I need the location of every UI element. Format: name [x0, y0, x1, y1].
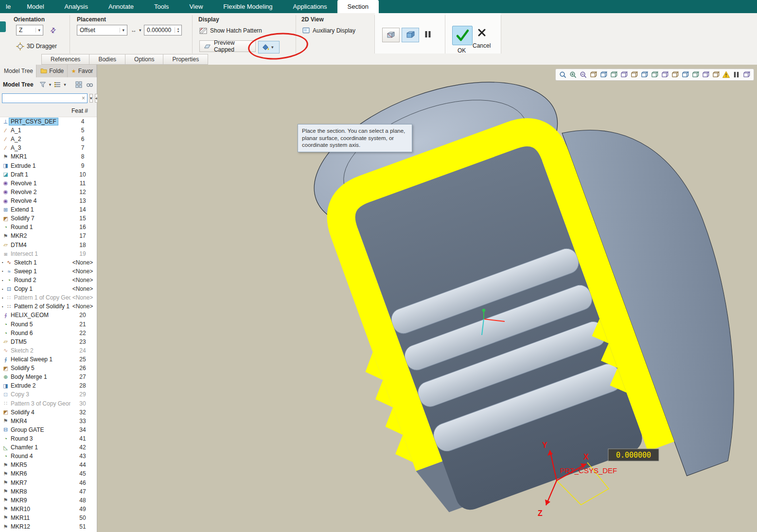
- tree-show-button[interactable]: [85, 80, 94, 89]
- tree-item-round-6[interactable]: ◔Round 622: [0, 329, 97, 337]
- reorient-icon[interactable]: [599, 71, 608, 79]
- offset-dimension-button[interactable]: ↔ ▾: [131, 25, 141, 35]
- tree-item-round-2[interactable]: ▪◔Round 2<None>: [0, 276, 97, 284]
- datum-display-icon[interactable]: [681, 71, 689, 79]
- tree-item-mkr8[interactable]: ⚑MKR847: [0, 487, 97, 496]
- tree-item-mkr5[interactable]: ⚑MKR544: [0, 461, 97, 469]
- offset-readout[interactable]: 0.000000: [608, 449, 659, 461]
- tree-item-extrude-1[interactable]: ◨Extrude 19: [0, 161, 97, 170]
- panel-tab-bodies[interactable]: Bodies: [89, 54, 125, 65]
- ok-button[interactable]: [452, 26, 473, 45]
- tree-item-mkr12[interactable]: ⚑MKR1251: [0, 522, 97, 531]
- tree-item-chamfer-1[interactable]: ◺Chamfer 142: [0, 443, 97, 452]
- tree-item-copy-3[interactable]: ⊡Copy 329: [0, 390, 97, 399]
- normal-view-icon[interactable]: [691, 71, 700, 79]
- menu-tab-applications[interactable]: Applications: [283, 0, 337, 13]
- clear-search-icon[interactable]: ×: [82, 95, 85, 102]
- preview-capped-toggle[interactable]: Preview Capped: [199, 40, 256, 52]
- tree-item-revolve-1[interactable]: ◉Revolve 111: [0, 179, 97, 188]
- auxiliary-display-toggle[interactable]: Auxiliary Display: [302, 25, 355, 36]
- visibility-icon[interactable]: [671, 71, 679, 79]
- tree-item-sketch-2[interactable]: ∿Sketch 224: [0, 346, 97, 355]
- panel-tab-options[interactable]: Options: [125, 54, 163, 65]
- tree-settings-button[interactable]: [74, 80, 83, 89]
- tree-item-round-5[interactable]: ◔Round 521: [0, 320, 97, 329]
- panel-tab-references[interactable]: References: [41, 54, 89, 65]
- chevron-down-icon[interactable]: ▾: [64, 82, 66, 87]
- pause-icon[interactable]: [732, 71, 740, 79]
- tree-item-helix-geom[interactable]: ∮HELIX_GEOM20: [0, 311, 97, 319]
- tree-item-a-3[interactable]: ∕A_37: [0, 143, 97, 152]
- sidebar-tab-favor[interactable]: ★Favor: [68, 65, 97, 77]
- section-view-icon[interactable]: [630, 71, 638, 79]
- tree-item-a-2[interactable]: ∕A_26: [0, 135, 97, 143]
- zoom-out-icon[interactable]: [579, 71, 587, 79]
- last-view-icon[interactable]: [742, 71, 751, 79]
- tree-item-solidify-4[interactable]: ◩Solidify 432: [0, 408, 97, 417]
- tree-item-sketch-1[interactable]: ▪∿Sketch 1<None>: [0, 258, 97, 267]
- tree-item-mkr6[interactable]: ⚑MKR645: [0, 469, 97, 478]
- scene-setup-icon[interactable]: [661, 71, 669, 79]
- tree-item-dtm5[interactable]: ▱DTM523: [0, 337, 97, 346]
- graphics-viewport[interactable]: Y X Z PRT_CSYS_DEF 0.000000 Place the se…: [97, 65, 757, 532]
- tree-item-solidify-7[interactable]: ◩Solidify 715: [0, 214, 97, 223]
- tree-item-sweep-1[interactable]: ▪≈Sweep 1<None>: [0, 267, 97, 276]
- tree-item-pattern-1-of-copy-geo[interactable]: ▪∷Pattern 1 of Copy Geo<None>: [0, 293, 97, 302]
- show-hatch-pattern-toggle[interactable]: Show Hatch Pattern: [199, 25, 262, 36]
- tree-item-mkr10[interactable]: ⚑MKR1049: [0, 505, 97, 514]
- tree-columns-button[interactable]: [53, 80, 62, 89]
- tree-item-round-1[interactable]: ◔Round 116: [0, 223, 97, 231]
- tree-item-revolve-2[interactable]: ◉Revolve 212: [0, 188, 97, 196]
- sidebar-tab-folde[interactable]: Folde: [36, 65, 68, 77]
- tree-item-round-3[interactable]: ◔Round 341: [0, 434, 97, 443]
- menu-tab-view[interactable]: View: [179, 0, 213, 13]
- appearances-icon[interactable]: [640, 71, 649, 79]
- tree-item-revolve-4[interactable]: ◉Revolve 413: [0, 196, 97, 205]
- tree-item-extrude-2[interactable]: ◨Extrude 228: [0, 381, 97, 390]
- menu-tab-tools[interactable]: Tools: [144, 0, 179, 13]
- cancel-button[interactable]: [477, 28, 486, 38]
- tree-item-mkr1[interactable]: ⚑MKR18: [0, 152, 97, 161]
- tree-item-group-gate[interactable]: ⊟Group GATE34: [0, 426, 97, 434]
- show-section-view-button[interactable]: [382, 28, 400, 42]
- tree-item-prt-csys-def[interactable]: ⊥PRT_CSYS_DEF4: [0, 117, 97, 126]
- display-style-icon[interactable]: [610, 71, 618, 79]
- tree-item-mkr11[interactable]: ⚑MKR1150: [0, 514, 97, 522]
- tree-item-mkr2[interactable]: ⚑MKR217: [0, 231, 97, 240]
- tree-item-helical-sweep-1[interactable]: ∮Helical Sweep 125: [0, 355, 97, 364]
- tree-filter-button[interactable]: [38, 80, 47, 89]
- menu-tab-annotate[interactable]: Annotate: [98, 0, 144, 13]
- tree-item-pattern-3-of-copy-geom[interactable]: ∷Pattern 3 of Copy Geom30: [0, 399, 97, 408]
- tree-item-draft-1[interactable]: ◪Draft 110: [0, 170, 97, 179]
- refit-icon[interactable]: [589, 71, 598, 79]
- search-input[interactable]: ×: [2, 93, 88, 103]
- offset-value-input[interactable]: 0.000000 ▴▾: [144, 25, 182, 35]
- menu-tab-analysis[interactable]: Analysis: [54, 0, 98, 13]
- warning-icon[interactable]: [722, 71, 730, 79]
- tree-item-pattern-2-of-solidify-1[interactable]: ▪∷Pattern 2 of Solidify 1<None>: [0, 302, 97, 311]
- tree-item-mkr7[interactable]: ⚑MKR746: [0, 478, 97, 487]
- collapsed-panel-tab[interactable]: [0, 21, 6, 32]
- chevron-down-icon[interactable]: ▾: [49, 82, 52, 87]
- tree-item-extend-1[interactable]: ⊞Extend 114: [0, 205, 97, 214]
- sidebar-tab-model-tree[interactable]: Model Tree: [0, 65, 36, 77]
- capture-icon[interactable]: [651, 71, 659, 79]
- tree-item-dtm4[interactable]: ▱DTM418: [0, 241, 97, 249]
- tree-item-mkr9[interactable]: ⚑MKR948: [0, 496, 97, 505]
- tree-item-mkr4[interactable]: ⚑MKR433: [0, 417, 97, 426]
- tree-item-round-4[interactable]: ◔Round 443: [0, 452, 97, 461]
- menu-tab-flexible-modeling[interactable]: Flexible Modeling: [213, 0, 282, 13]
- render-settings-icon[interactable]: [712, 71, 720, 79]
- show-capped-view-button[interactable]: [402, 28, 419, 42]
- zoom-region-icon[interactable]: [559, 71, 567, 79]
- tree-item-copy-1[interactable]: ▪⊡Copy 1<None>: [0, 284, 97, 293]
- clipping-icon[interactable]: [620, 71, 628, 79]
- menu-tab-section[interactable]: Section: [337, 0, 379, 13]
- tree-item-a-1[interactable]: ∕A_15: [0, 126, 97, 135]
- tree-item-body-merge-1[interactable]: ⊕Body Merge 127: [0, 372, 97, 381]
- flip-direction-button[interactable]: ⇄: [47, 25, 59, 35]
- search-text-field[interactable]: [4, 94, 82, 102]
- panel-tab-properties[interactable]: Properties: [163, 54, 208, 65]
- placement-type-combo[interactable]: Offset ▾: [77, 25, 127, 35]
- view-manager-icon[interactable]: [702, 71, 710, 79]
